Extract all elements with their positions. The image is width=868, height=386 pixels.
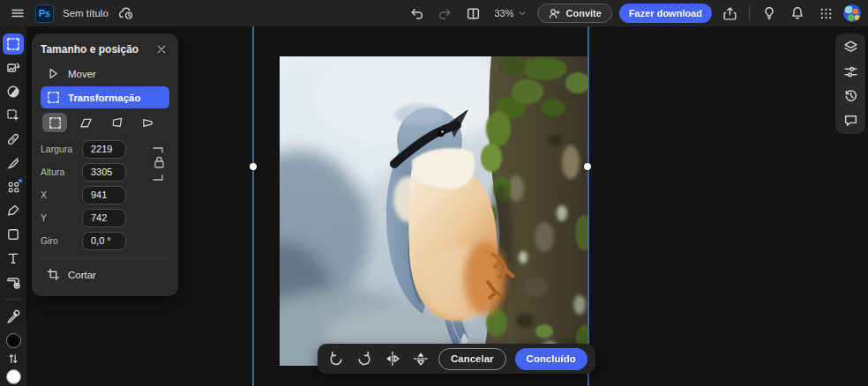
crop-label: Cortar [68, 270, 96, 280]
ps-logo[interactable]: Ps [35, 4, 54, 23]
crop-item[interactable]: Cortar [41, 264, 169, 286]
quick-select-tool[interactable] [3, 105, 24, 126]
swap-colors-icon [7, 352, 19, 366]
mover-item[interactable]: Mover [41, 63, 169, 85]
transform-fields: Largura Altura [41, 137, 169, 252]
share-button[interactable] [719, 3, 740, 24]
rotate-ccw-icon [328, 351, 344, 367]
rotate-cw-button[interactable] [354, 348, 375, 369]
flip-vertical-icon [413, 351, 429, 367]
done-button[interactable]: Concluído [515, 348, 587, 370]
foreground-color-swatch[interactable] [6, 333, 21, 348]
panel-divider [41, 258, 169, 259]
invite-button[interactable]: Convite [537, 4, 612, 23]
history-button[interactable] [840, 85, 861, 107]
share-export-icon [722, 6, 737, 21]
image-replace-tool[interactable] [3, 57, 24, 78]
brush-tool[interactable] [3, 200, 24, 221]
frame-generate-tool[interactable] [3, 271, 24, 293]
document-title: Sem título [63, 8, 108, 19]
user-avatar[interactable] [843, 4, 861, 22]
panel-close-button[interactable] [153, 41, 169, 57]
undo-icon [409, 6, 424, 21]
hamburger-icon [11, 6, 25, 20]
cancel-button[interactable]: Cancelar [438, 348, 506, 370]
rotation-input[interactable] [82, 232, 126, 250]
mode-perspective-button[interactable] [135, 113, 160, 132]
rotate-cw-icon [356, 351, 372, 367]
flip-horizontal-icon [385, 351, 400, 367]
adjustments-tool[interactable] [3, 81, 24, 102]
distort-icon [110, 116, 123, 130]
flip-vertical-button[interactable] [410, 348, 431, 369]
rotate-ccw-button[interactable] [326, 348, 347, 369]
remove-tool[interactable] [3, 152, 24, 174]
transform-icon [47, 91, 60, 104]
close-icon [156, 44, 167, 55]
flip-horizontal-button[interactable] [382, 348, 403, 369]
learn-button[interactable] [759, 3, 780, 24]
healing-tool[interactable] [3, 129, 24, 150]
skew-icon [79, 116, 93, 130]
shape-tool[interactable] [3, 224, 24, 245]
transform-guide-left[interactable] [252, 26, 254, 386]
split-view-icon [466, 6, 481, 21]
move-transform-tool[interactable] [3, 33, 24, 55]
height-input[interactable] [82, 163, 126, 182]
swap-colors-button[interactable] [3, 351, 24, 367]
mode-distort-button[interactable] [104, 113, 129, 132]
brush-icon [6, 204, 20, 218]
panel-title: Tamanho e posição [41, 43, 138, 56]
layers-icon [843, 40, 858, 55]
redo-button[interactable] [435, 3, 456, 24]
notifications-button[interactable] [787, 3, 808, 24]
more-tools-button[interactable] [3, 176, 24, 197]
history-icon [843, 88, 858, 103]
comments-button[interactable] [840, 109, 861, 130]
cloud-sync-icon [118, 6, 133, 21]
link-bracket-bottom [153, 175, 162, 180]
mode-skew-button[interactable] [73, 113, 98, 132]
background-color-swatch[interactable] [6, 369, 21, 384]
cancel-label: Cancelar [451, 353, 494, 364]
undo-button[interactable] [407, 3, 428, 24]
size-position-panel: Tamanho e posição Mover Transformação [32, 33, 178, 296]
document-image[interactable] [280, 56, 588, 366]
transform-handle-left[interactable] [250, 163, 257, 170]
adjustment-sliders-icon [843, 64, 858, 79]
zoom-level-control[interactable]: 33% [491, 8, 530, 19]
lock-icon [155, 158, 163, 168]
split-view-button[interactable] [463, 3, 484, 24]
comment-bubble-icon [843, 113, 858, 128]
link-bracket-top [153, 148, 162, 152]
transform-handle-right[interactable] [584, 163, 591, 170]
invite-person-icon [548, 7, 561, 20]
mode-free-transform-button[interactable] [42, 113, 67, 132]
type-tool[interactable] [3, 248, 24, 269]
hamburger-menu-button[interactable] [7, 3, 28, 24]
y-input[interactable] [82, 209, 126, 227]
canvas-area[interactable]: Tamanho e posição Mover Transformação [26, 26, 868, 386]
adjustments-button[interactable] [840, 61, 861, 82]
y-label: Y [41, 212, 82, 223]
bird-photo [280, 56, 588, 366]
x-field-row: X [41, 183, 150, 206]
topbar-divider [749, 6, 750, 20]
chevron-down-icon [518, 9, 527, 18]
lightbulb-icon [762, 6, 776, 20]
eyedropper-tool[interactable] [3, 306, 24, 327]
cloud-sync-button[interactable] [116, 3, 137, 24]
height-field-row: Altura [41, 160, 150, 183]
width-input[interactable] [82, 140, 126, 159]
layers-button[interactable] [840, 37, 861, 58]
apps-button[interactable] [815, 3, 836, 24]
transform-guide-right[interactable] [587, 26, 589, 386]
remove-brush-icon [6, 156, 20, 170]
aspect-link[interactable] [152, 141, 169, 180]
x-input[interactable] [82, 186, 126, 204]
transform-item[interactable]: Transformação [41, 86, 169, 108]
height-label: Altura [41, 167, 82, 177]
download-button[interactable]: Fazer download [619, 4, 712, 23]
mover-label: Mover [68, 69, 96, 79]
crop-icon [47, 268, 60, 281]
